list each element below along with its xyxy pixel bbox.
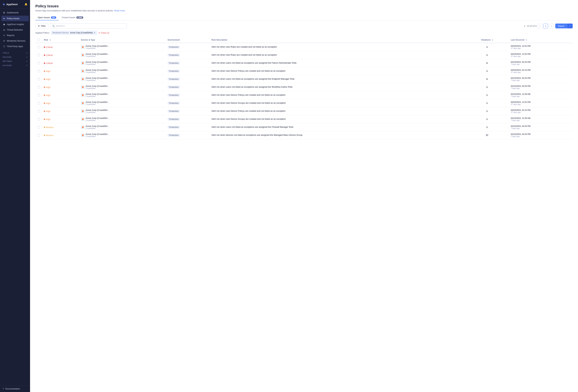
row-checkbox-cell[interactable] xyxy=(35,99,42,107)
notification-bell-icon[interactable]: 🔔 xyxy=(25,3,27,5)
risk-dot-icon xyxy=(44,103,45,104)
table-row[interactable]: High Acme Corp (CrowdStri... CrowdStrike… xyxy=(35,99,573,107)
page-title: Policy Issues xyxy=(35,4,573,8)
risk-dot-icon xyxy=(44,87,45,88)
dashboards-icon: ⊞ xyxy=(3,11,5,14)
row-checkbox-cell[interactable] xyxy=(35,43,42,51)
toolbar: ▼ Filter 🔍 SEARCH 1 - 12 of 12 ▾ ‹ 1 › E… xyxy=(35,23,573,29)
col-risk[interactable]: Risk ⇅ xyxy=(42,37,79,43)
row-checkbox-cell[interactable] xyxy=(35,123,42,131)
applied-filters-bar: Applied Filters: Monitored Service Acme … xyxy=(35,31,573,35)
search-box[interactable]: 🔍 SEARCH xyxy=(50,23,127,29)
sidebar-item-monitored-services[interactable]: ⊙ Monitored Services xyxy=(0,38,30,44)
col-environment[interactable]: Environment xyxy=(166,37,209,43)
row-checkbox[interactable] xyxy=(37,110,40,112)
remove-filter-button[interactable]: ✕ xyxy=(94,32,96,34)
tab-closed-issues[interactable]: Closed Issues 1,856 xyxy=(59,15,86,20)
open-issues-badge: 367 xyxy=(51,16,56,19)
col-violations[interactable]: Violations ⇅ xyxy=(465,37,509,43)
row-checkbox[interactable] xyxy=(37,54,40,56)
col-rule-description[interactable]: Rule Description xyxy=(209,37,466,43)
sidebar-item-dashboards[interactable]: ⊞ Dashboards xyxy=(0,10,30,15)
sort-icon: ⇅ xyxy=(49,39,51,41)
pagination: 1 - 12 of 12 ▾ ‹ 1 › xyxy=(524,24,554,28)
sidebar: ◈ AppOmni 🔔 ⊞ Dashboards ● Policy Issues… xyxy=(0,0,30,392)
row-checkbox-cell[interactable] xyxy=(35,59,42,67)
row-last-occurred: 02/03/2023, 02:15 PM 27 days ago xyxy=(509,107,573,115)
table-row[interactable]: Medium Acme Corp (CrowdStri... CrowdStri… xyxy=(35,131,573,139)
select-all-header[interactable] xyxy=(35,37,42,43)
row-checkbox[interactable] xyxy=(37,102,40,104)
row-environment: Production xyxy=(166,59,209,67)
row-checkbox[interactable] xyxy=(37,94,40,96)
policies-chevron-icon: ▾ xyxy=(26,56,27,58)
clear-filters-button[interactable]: ✕ Clear (1) xyxy=(98,32,109,34)
export-button[interactable]: Export xyxy=(555,24,567,28)
col-last-occurred[interactable]: Last Occurred ⇅ xyxy=(509,37,573,43)
table-row[interactable]: High Acme Corp (CrowdStri... CrowdStrike… xyxy=(35,107,573,115)
row-checkbox-cell[interactable] xyxy=(35,131,42,139)
row-risk: High xyxy=(42,115,79,123)
service-icon xyxy=(81,133,85,137)
search-icon: 🔍 xyxy=(52,25,55,27)
row-checkbox[interactable] xyxy=(37,70,40,72)
row-checkbox[interactable] xyxy=(37,118,40,120)
row-environment: Production xyxy=(166,91,209,99)
row-environment: Production xyxy=(166,51,209,59)
table-row[interactable]: Critical Acme Corp (CrowdStri... CrowdSt… xyxy=(35,43,573,51)
tab-open-issues[interactable]: Open Issues 367 xyxy=(35,15,59,20)
row-checkbox-cell[interactable] xyxy=(35,83,42,91)
table-row[interactable]: Critical Acme Corp (CrowdStri... CrowdSt… xyxy=(35,59,573,67)
row-service: Acme Corp (CrowdStri... CrowdStrike xyxy=(79,99,166,107)
table-row[interactable]: High Acme Corp (CrowdStri... CrowdStrike… xyxy=(35,67,573,75)
settings-section[interactable]: SETTINGS ▾ xyxy=(0,59,30,63)
row-checkbox-cell[interactable] xyxy=(35,75,42,83)
sidebar-item-reports[interactable]: ≡ Reports xyxy=(0,33,30,38)
account-section[interactable]: ACCOUNT ▾ xyxy=(0,63,30,67)
row-checkbox-cell[interactable] xyxy=(35,115,42,123)
row-checkbox[interactable] xyxy=(37,86,40,88)
table-row[interactable]: High Acme Corp (CrowdStri... CrowdStrike… xyxy=(35,83,573,91)
sidebar-documentation[interactable]: ? Documentation xyxy=(0,385,30,392)
row-checkbox[interactable] xyxy=(37,126,40,128)
service-icon xyxy=(81,53,85,57)
sidebar-item-appomni-insights[interactable]: ◉ AppOmni Insights xyxy=(0,22,30,27)
row-violations: 1 xyxy=(465,107,509,115)
table-row[interactable]: Critical Acme Corp (CrowdStri... CrowdSt… xyxy=(35,51,573,59)
row-violations: 2 xyxy=(465,59,509,67)
pagination-chevron-icon: ▾ xyxy=(535,25,537,27)
service-icon xyxy=(81,93,85,97)
filter-button[interactable]: ▼ Filter xyxy=(35,23,48,29)
service-icon xyxy=(81,101,85,105)
prev-page-button[interactable]: ‹ xyxy=(538,24,542,28)
table-row[interactable]: High Acme Corp (CrowdStri... CrowdStrike… xyxy=(35,75,573,83)
logo-area: ◈ AppOmni 🔔 xyxy=(0,0,30,8)
row-checkbox[interactable] xyxy=(37,62,40,64)
service-icon xyxy=(81,117,85,121)
table-row[interactable]: High Acme Corp (CrowdStri... CrowdStrike… xyxy=(35,91,573,99)
sidebar-item-threat-detection[interactable]: ◎ Threat Detection xyxy=(0,27,30,33)
risk-dot-icon xyxy=(44,79,45,80)
row-checkbox[interactable] xyxy=(37,46,40,48)
sidebar-item-policy-issues[interactable]: ● Policy Issues xyxy=(1,16,29,21)
policies-section[interactable]: POLICIES ▾ xyxy=(0,54,30,59)
export-dropdown-button[interactable]: ⋮ xyxy=(567,24,573,28)
col-service-type[interactable]: Service & Type xyxy=(79,37,166,43)
table-row[interactable]: Medium Acme Corp (CrowdStri... CrowdStri… xyxy=(35,123,573,131)
row-checkbox-cell[interactable] xyxy=(35,67,42,75)
service-icon xyxy=(81,109,85,113)
row-checkbox[interactable] xyxy=(37,134,40,136)
row-checkbox-cell[interactable] xyxy=(35,107,42,115)
main-content-area: Policy Issues Issues flag noncompliance … xyxy=(30,0,578,392)
select-all-checkbox[interactable] xyxy=(37,39,40,41)
read-more-link[interactable]: Read more. xyxy=(114,9,126,12)
sidebar-item-third-party-apps[interactable]: ⬡ Third-Party Apps xyxy=(0,44,30,49)
row-checkbox-cell[interactable] xyxy=(35,91,42,99)
tools-section[interactable]: TOOLS ▾ xyxy=(0,50,30,54)
table-row[interactable]: High Acme Corp (CrowdStri... CrowdStrike… xyxy=(35,115,573,123)
service-icon xyxy=(81,125,85,129)
row-checkbox[interactable] xyxy=(37,78,40,80)
row-checkbox-cell[interactable] xyxy=(35,51,42,59)
policy-issues-icon: ● xyxy=(3,17,5,20)
next-page-button[interactable]: › xyxy=(549,24,554,28)
